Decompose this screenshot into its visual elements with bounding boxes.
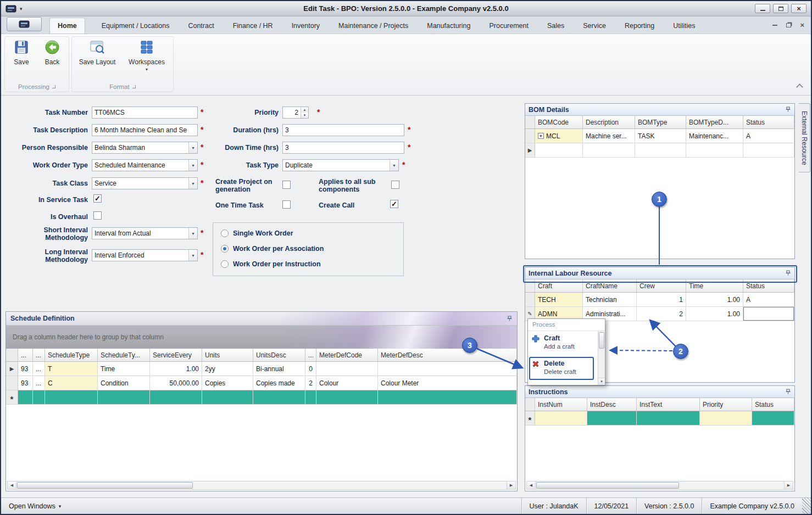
cell[interactable] [378, 390, 517, 405]
labour-row-tech[interactable]: TECH Technician 1 1.00 A [525, 293, 794, 307]
column-header[interactable]: Crew [637, 279, 686, 293]
column-header[interactable]: Status [743, 279, 794, 293]
column-header[interactable]: BOMTypeD... [686, 116, 743, 129]
down-time-input[interactable]: 3 [282, 142, 404, 154]
resize-grip[interactable] [802, 498, 811, 514]
cell[interactable]: Time [98, 362, 150, 376]
save-layout-button[interactable]: Save Layout [75, 39, 119, 66]
spinner-buttons[interactable]: ▲ ▼ [301, 107, 308, 118]
cell-bomcode[interactable]: + MCL [535, 129, 583, 143]
scroll-right-icon[interactable]: ▶ [784, 482, 793, 489]
task-class-combo[interactable]: Service ▼ [92, 177, 198, 189]
column-header[interactable]: InstText [637, 398, 700, 411]
cell-bomtyped[interactable]: Maintenanc... [686, 129, 743, 143]
tab-procurement[interactable]: Procurement [487, 18, 531, 33]
dropdown-icon[interactable]: ▼ [188, 228, 197, 239]
group-by-bar[interactable]: Drag a column header here to group by th… [6, 326, 517, 349]
column-header[interactable]: Units [202, 349, 253, 362]
schedule-hscrollbar[interactable]: ◀ ▶ [7, 481, 516, 490]
spinner-down-icon[interactable]: ▼ [301, 113, 308, 118]
cell[interactable] [18, 390, 33, 405]
column-header[interactable]: Craft [535, 279, 583, 293]
create-call-checkbox[interactable]: ✓ [390, 200, 398, 208]
tab-finance-hr[interactable]: Finance / HR [231, 18, 275, 33]
cell-instnum[interactable] [535, 411, 587, 426]
cell-craft[interactable]: TECH [535, 293, 583, 307]
cell-time[interactable]: 1.00 [686, 307, 743, 321]
back-button[interactable]: Back [38, 39, 66, 66]
create-project-checkbox[interactable] [282, 181, 291, 189]
column-header[interactable]: InstNum [535, 398, 587, 411]
expand-icon[interactable]: + [538, 133, 544, 139]
column-header[interactable]: Time [686, 279, 743, 293]
cell-description[interactable]: Machine ser... [583, 129, 635, 143]
scroll-right-icon[interactable]: ▶ [507, 482, 515, 489]
scroll-left-icon[interactable]: ◀ [527, 482, 536, 489]
cell-empty[interactable] [743, 143, 794, 158]
scroll-left-icon[interactable]: ◀ [8, 482, 16, 489]
cell-crew[interactable]: 1 [637, 293, 686, 307]
cell-serviceevery[interactable]: 50,000.00 [150, 376, 202, 390]
in-service-task-checkbox[interactable]: ✓ [93, 194, 102, 203]
column-header[interactable]: InstDesc [587, 398, 637, 411]
close-button[interactable]: × [791, 4, 807, 13]
column-header[interactable]: ScheduleType [45, 349, 98, 362]
tab-home[interactable]: Home [49, 18, 85, 33]
pin-icon[interactable] [785, 270, 791, 276]
column-header[interactable]: MeterDefDesc [378, 349, 517, 362]
scroll-thumb[interactable] [536, 482, 679, 489]
cell-meterdefdesc[interactable]: Colour Meter [378, 376, 517, 390]
tab-service[interactable]: Service [581, 18, 608, 33]
cell-unitsdesc[interactable]: Bi-annual [253, 362, 305, 376]
cell-unitsdesc[interactable]: Copies made [253, 376, 305, 390]
cell[interactable] [150, 390, 202, 405]
maximize-button[interactable] [773, 4, 788, 13]
column-header[interactable]: ServiceEvery [150, 349, 202, 362]
spinner-up-icon[interactable]: ▲ [301, 107, 308, 113]
menu-item-craft[interactable]: Craft Add a craft [528, 331, 605, 356]
cell-craftname[interactable]: Technician [583, 293, 637, 307]
cell[interactable]: 2 [305, 376, 316, 390]
cell-units[interactable]: Copies [202, 376, 253, 390]
schedule-row-time[interactable]: ▶ 93 ... T Time 1.00 2yy Bi-annual 0 [6, 362, 517, 376]
workspaces-dropdown-icon[interactable]: ▾ [146, 67, 148, 72]
cell[interactable]: 0 [305, 362, 316, 376]
cell-scheduletype[interactable]: C [45, 376, 98, 390]
dialog-launcher-icon[interactable] [52, 85, 55, 88]
person-responsible-combo[interactable]: Belinda Sharman ▼ [92, 142, 198, 154]
cell-empty[interactable] [635, 143, 686, 158]
cell-instdesc[interactable] [587, 411, 637, 426]
tab-inventory[interactable]: Inventory [290, 18, 322, 33]
cell-priority[interactable] [700, 411, 752, 426]
tab-equipment-locations[interactable]: Equipment / Locations [99, 18, 172, 33]
menu-item-delete[interactable]: Delete Delete craft [528, 356, 605, 382]
column-header[interactable]: BOMCode [535, 116, 583, 129]
pin-icon[interactable] [785, 107, 791, 113]
duration-input[interactable]: 3 [282, 124, 404, 136]
workspaces-button[interactable]: Workspaces ▾ [124, 39, 170, 72]
mdi-minimize-icon[interactable] [772, 25, 777, 26]
task-number-input[interactable]: TT06MCS [92, 107, 198, 119]
task-description-input[interactable]: 6 Month Machine Clean and Se [92, 124, 198, 136]
tab-sales[interactable]: Sales [545, 18, 566, 33]
tab-reporting[interactable]: Reporting [622, 18, 657, 33]
tab-utilities[interactable]: Utilities [671, 18, 697, 33]
cell[interactable] [202, 390, 253, 405]
radio-work-order-per-instruction[interactable]: Work Order per Instruction [221, 260, 321, 268]
applies-all-sub-checkbox[interactable] [391, 181, 399, 189]
external-resource-tab[interactable]: External Resource [799, 103, 810, 172]
pin-icon[interactable] [507, 316, 513, 322]
mdi-restore-icon[interactable] [786, 23, 791, 27]
column-header[interactable]: BOMType [635, 116, 686, 129]
column-header[interactable]: ... [33, 349, 45, 362]
cell[interactable] [45, 390, 98, 405]
cell-meterdefcode[interactable] [316, 362, 378, 376]
mdi-close-icon[interactable]: × [800, 21, 804, 29]
long-interval-methodology-combo[interactable]: Interval Enforced ▼ [92, 249, 198, 261]
cell[interactable] [33, 390, 45, 405]
context-menu-scrollbar[interactable]: ▼ [598, 331, 605, 385]
cell-scheduletype[interactable]: T [45, 362, 98, 376]
column-header[interactable]: UnitsDesc [253, 349, 305, 362]
schedule-row-condition[interactable]: 93 ... C Condition 50,000.00 Copies Copi… [6, 376, 517, 390]
cell-empty[interactable] [686, 143, 743, 158]
